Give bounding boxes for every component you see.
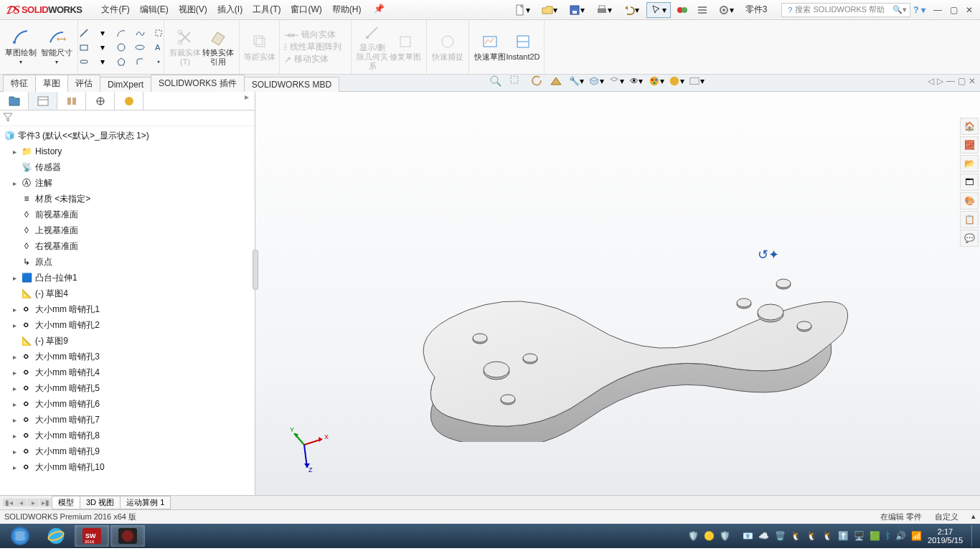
- spline-tool[interactable]: [133, 27, 147, 39]
- tree-right-plane[interactable]: ◊右视基准面: [0, 238, 255, 254]
- menu-help[interactable]: 帮助(H): [327, 4, 367, 16]
- motion-tab[interactable]: 运动算例 1: [120, 496, 171, 509]
- tree-hole1[interactable]: ▸⭘大小mm 暗销孔1: [0, 301, 255, 317]
- scene-icon[interactable]: 👁▾: [628, 73, 644, 89]
- tray-icon[interactable]: 🗑️: [775, 531, 786, 541]
- tab-nav-next[interactable]: ▸: [27, 499, 39, 507]
- taskpane-view-icon[interactable]: 🗔: [960, 174, 979, 191]
- rotate-handle-icon[interactable]: ↺✦: [758, 247, 779, 263]
- tray-volume-icon[interactable]: 🔊: [895, 531, 906, 541]
- tree-origin[interactable]: ↳原点: [0, 254, 255, 270]
- line-dd[interactable]: ▾: [95, 27, 110, 39]
- tree-hole4[interactable]: ▸⭘大小mm 暗销孔4: [0, 364, 255, 380]
- orientation-triad[interactable]: X Y Z: [290, 423, 333, 474]
- arc-tool[interactable]: [114, 27, 128, 39]
- model-tab[interactable]: 模型: [52, 496, 80, 509]
- tab-nav-last[interactable]: ▸▮: [39, 499, 51, 507]
- tray-icon[interactable]: 🟩: [870, 531, 880, 541]
- menu-tools[interactable]: 工具(T): [248, 4, 286, 16]
- start-button[interactable]: [3, 525, 37, 547]
- taskpane-forum-icon[interactable]: 💬: [960, 230, 979, 247]
- rect-tool[interactable]: [151, 27, 166, 39]
- menu-file[interactable]: 文件(F): [96, 4, 134, 16]
- tree-extrude1[interactable]: ▸🟦凸台-拉伸1: [0, 270, 255, 286]
- fm-expand-icon[interactable]: ▸: [143, 92, 255, 110]
- tray-network-icon[interactable]: 📶: [911, 531, 922, 541]
- mdi-min-icon[interactable]: —: [946, 76, 955, 86]
- tree-hole10[interactable]: ▸⭘大小mm 暗销孔10: [0, 459, 255, 475]
- tree-hole9[interactable]: ▸⭘大小mm 暗销孔9: [0, 443, 255, 459]
- help-button[interactable]: ? ▾: [913, 5, 925, 15]
- tree-material[interactable]: ≡材质 <未指定>: [0, 191, 255, 207]
- taskpane-props-icon[interactable]: 📋: [960, 211, 979, 228]
- maximize-button[interactable]: ▢: [947, 5, 960, 15]
- feature-tree[interactable]: 🧊零件3 (默认<<默认>_显示状态 1>) ▸📁History 📡传感器 ▸Ⓐ…: [0, 126, 255, 495]
- view-settings-icon[interactable]: ▾: [689, 73, 705, 89]
- options-button[interactable]: [694, 2, 711, 18]
- tree-hole3[interactable]: ▸⭘大小mm 暗销孔3: [0, 349, 255, 364]
- menu-edit[interactable]: 编辑(E): [135, 4, 174, 16]
- minimize-button[interactable]: —: [931, 5, 944, 15]
- tray-icon[interactable]: ⬆️: [838, 531, 849, 541]
- tree-hole6[interactable]: ▸⭘大小mm 暗销孔6: [0, 396, 255, 412]
- tab-nav-first[interactable]: ▮◂: [3, 499, 14, 507]
- tab-nav-prev[interactable]: ◂: [15, 499, 27, 507]
- status-custom[interactable]: 自定义: [935, 512, 958, 522]
- save-button[interactable]: ▾: [565, 2, 589, 18]
- taskpane-home-icon[interactable]: 🏠: [960, 118, 979, 135]
- tree-sketch9[interactable]: 📐(-) 草图9: [0, 333, 255, 349]
- text-tool[interactable]: A: [151, 42, 166, 53]
- settings-button[interactable]: ▾: [714, 2, 738, 18]
- open-button[interactable]: ▾: [537, 2, 562, 18]
- tray-bluetooth-icon[interactable]: ᛒ: [885, 531, 890, 541]
- slot-tool[interactable]: [77, 56, 91, 67]
- tray-icon[interactable]: 🛡️: [720, 531, 730, 541]
- pin-icon[interactable]: 📌: [369, 4, 390, 16]
- fm-display-tab[interactable]: [115, 92, 143, 110]
- system-tray[interactable]: 🛡️ 🟡 🛡️ 📧 ☁️ 🗑️ 🐧 🐧 🐧 ⬆️ 🖥️ 🟩 ᛒ 🔊 📶: [687, 531, 923, 541]
- taskbar-app[interactable]: [110, 525, 145, 547]
- graphics-viewport[interactable]: 🏠 🧱 📂 🗔 🎨 📋 💬: [255, 92, 980, 495]
- tray-icon[interactable]: 🖥️: [854, 531, 864, 541]
- search-box[interactable]: ? 搜索 SOLIDWORKS 帮助 🔍▾: [781, 3, 910, 17]
- zoom-area-icon[interactable]: [508, 73, 524, 89]
- taskpane-appearance-icon[interactable]: 🎨: [960, 192, 979, 209]
- view-orient-icon[interactable]: 🔧▾: [568, 73, 584, 89]
- tray-icon[interactable]: 🟡: [704, 531, 715, 541]
- line-tool[interactable]: [77, 27, 91, 39]
- tree-history[interactable]: ▸📁History: [0, 143, 255, 159]
- fm-property-tab[interactable]: [29, 92, 57, 110]
- tab-evaluate[interactable]: 评估: [67, 75, 100, 92]
- tree-annotations[interactable]: ▸Ⓐ注解: [0, 175, 255, 191]
- fm-tree-tab[interactable]: [0, 92, 29, 110]
- ellipse-tool[interactable]: [133, 42, 147, 53]
- rect-tool2[interactable]: [77, 42, 91, 53]
- 3dview-tab[interactable]: 3D 视图: [80, 496, 121, 509]
- tab-dimxpert[interactable]: DimXpert: [100, 77, 151, 92]
- zoom-fit-icon[interactable]: [488, 73, 504, 89]
- menu-window[interactable]: 窗口(W): [286, 4, 326, 16]
- fm-config-tab[interactable]: [57, 92, 86, 110]
- fillet-tool[interactable]: [133, 56, 147, 67]
- tree-front-plane[interactable]: ◊前视基准面: [0, 207, 255, 222]
- close-button[interactable]: ✕: [963, 5, 976, 15]
- circle-tool[interactable]: [114, 42, 128, 53]
- new-button[interactable]: ▾: [510, 2, 534, 18]
- status-expand-icon[interactable]: ▴: [971, 512, 976, 522]
- tree-hole7[interactable]: ▸⭘大小mm 暗销孔7: [0, 412, 255, 428]
- panel-drag-handle[interactable]: [253, 250, 258, 290]
- mdi-next-icon[interactable]: ▷: [937, 76, 943, 86]
- tab-sketch[interactable]: 草图: [35, 75, 68, 92]
- tab-addins[interactable]: SOLIDWORKS 插件: [151, 75, 245, 92]
- tray-icon[interactable]: 🐧: [791, 531, 801, 541]
- mdi-prev-icon[interactable]: ◁: [928, 76, 934, 86]
- taskpane-library-icon[interactable]: 📂: [960, 155, 979, 172]
- mdi-close-icon[interactable]: ✕: [969, 76, 976, 86]
- previous-view-icon[interactable]: [528, 73, 544, 89]
- show-desktop-button[interactable]: [971, 525, 977, 547]
- tree-sketch4[interactable]: 📐(-) 草图4: [0, 286, 255, 301]
- taskbar-solidworks[interactable]: SW2016: [75, 525, 109, 547]
- rebuild-button[interactable]: [674, 2, 691, 18]
- display-style-icon[interactable]: ▾: [588, 73, 604, 89]
- polygon-tool[interactable]: [114, 56, 128, 67]
